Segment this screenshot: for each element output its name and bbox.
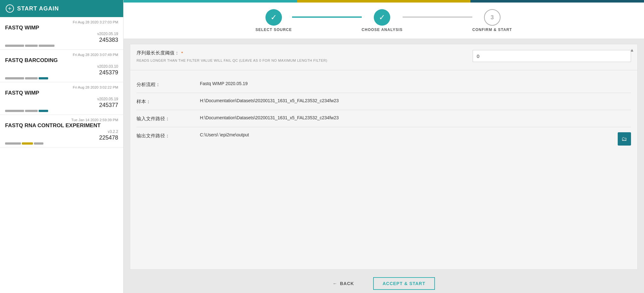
step-label: CHOOSE ANALYSIS [362,28,403,32]
info-value: H:\Documentation\Datasets\20200131_1631_… [200,98,631,103]
top-color-bar [124,0,644,3]
color-bar-segment [297,0,471,3]
back-label: BACK [340,281,354,286]
item-version: v3.2.2 [5,129,118,134]
back-button[interactable]: ← BACK [333,281,354,286]
back-arrow-icon: ← [333,281,337,286]
sidebar-item[interactable]: Fri Aug 28 2020 3:27:03 PM FASTQ WIMP v2… [0,17,123,50]
progress-bar-segment [25,77,38,79]
info-key: 分析流程： [137,81,200,88]
item-version: v2020.03.10 [5,64,118,69]
progress-bar-segment [22,142,33,145]
progress-bar-segment [5,142,21,145]
progress-bar-segment [25,45,38,47]
step-connector-line [292,16,362,18]
info-key: 输入文件路径： [137,115,200,122]
progress-bar-segment [25,110,38,112]
item-title: FASTQ BARCODING [5,57,118,64]
progress-bar-segment [5,45,24,47]
info-row: 输出文件路径： C:\Users\ \epi2me\output 🗂 [137,127,631,151]
step-check-icon: ✓ [265,9,282,26]
color-bar-segment [124,0,297,3]
step-connector-line [403,16,472,18]
progress-bar-row [5,77,118,79]
filter-value-input[interactable] [473,50,631,62]
item-title: FASTQ RNA CONTROL EXPERIMENT [5,122,118,129]
info-row: 样本： H:\Documentation\Datasets\20200131_1… [137,93,631,110]
sidebar-item[interactable]: Fri Aug 28 2020 3:02:22 PM FASTQ WIMP v2… [0,82,123,115]
scroll-up-icon: ▲ [630,47,634,53]
progress-bar-row [5,45,118,47]
progress-bar-segment [5,77,24,79]
color-bar-segment [470,0,644,3]
info-key: 样本： [137,98,200,105]
sidebar: + START AGAIN Fri Aug 28 2020 3:27:03 PM… [0,0,124,293]
start-again-label: START AGAIN [17,5,59,12]
item-title: FASTQ WIMP [5,90,118,96]
progress-bar-row [5,142,118,145]
folder-button[interactable]: 🗂 [618,132,631,146]
item-date: Tue Jan 14 2020 2:59:39 PM [5,118,118,122]
progress-bar-segment [39,77,48,79]
info-section: 分析流程： Fastq WIMP 2020.05.19 样本： H:\Docum… [130,70,637,156]
step-label: CONFIRM & START [472,28,512,32]
item-date: Fri Aug 28 2020 3:02:22 PM [5,85,118,89]
filter-section: 序列最长长度阈值： * READS LONGER THAN THE FILTER… [130,44,637,70]
config-panel: 序列最长长度阈值： * READS LONGER THAN THE FILTER… [130,44,638,270]
sidebar-list: Fri Aug 28 2020 3:27:03 PM FASTQ WIMP v2… [0,17,123,293]
plus-circle-icon: + [6,4,14,13]
progress-bar-segment [39,110,48,112]
filter-input-container [473,50,631,62]
step-number: 3 [484,9,501,26]
info-value: C:\Users\ \epi2me\output [200,132,615,137]
filter-title: 序列最长长度阈值： [137,50,179,56]
progress-bar-segment [39,45,54,47]
step-item-1: ✓SELECT SOURCE [256,9,292,32]
item-count: 245377 [5,102,118,109]
step-check-icon: ✓ [374,9,390,26]
bottom-bar: ← BACK ACCEPT & START [124,273,644,293]
step-item-3: 3CONFIRM & START [472,9,512,32]
required-star: * [181,50,183,56]
info-key: 输出文件路径： [137,132,200,139]
content-area: 序列最长长度阈值： * READS LONGER THAN THE FILTER… [130,44,638,270]
progress-bar-segment [5,110,24,112]
item-title: FASTQ WIMP [5,25,118,31]
item-count: 245383 [5,37,118,43]
info-row: 分析流程： Fastq WIMP 2020.05.19 [137,76,631,93]
progress-bar-row [5,110,118,112]
info-value: H:\Documentation\Datasets\20200131_1631_… [200,115,631,120]
progress-stepper: ✓SELECT SOURCE✓CHOOSE ANALYSIS3CONFIRM &… [124,3,644,39]
step-label: SELECT SOURCE [256,28,292,32]
progress-bar-segment [34,142,43,145]
accept-label: ACCEPT & START [383,281,425,286]
sidebar-item[interactable]: Tue Jan 14 2020 2:59:39 PM FASTQ RNA CON… [0,115,123,147]
info-value: Fastq WIMP 2020.05.19 [200,81,631,86]
info-row: 输入文件路径： H:\Documentation\Datasets\202001… [137,110,631,127]
item-version: v2020.05.19 [5,97,118,101]
main-panel: ✓SELECT SOURCE✓CHOOSE ANALYSIS3CONFIRM &… [124,0,644,293]
item-date: Fri Aug 28 2020 3:27:03 PM [5,20,118,24]
start-again-button[interactable]: + START AGAIN [0,0,123,17]
item-date: Fri Aug 28 2020 3:07:49 PM [5,53,118,57]
item-count: 225478 [5,134,118,141]
item-version: v2020.05.19 [5,32,118,36]
accept-start-button[interactable]: ACCEPT & START [373,277,435,290]
step-item-2: ✓CHOOSE ANALYSIS [362,9,403,32]
sidebar-item[interactable]: Fri Aug 28 2020 3:07:49 PM FASTQ BARCODI… [0,50,123,82]
item-count: 245379 [5,69,118,76]
